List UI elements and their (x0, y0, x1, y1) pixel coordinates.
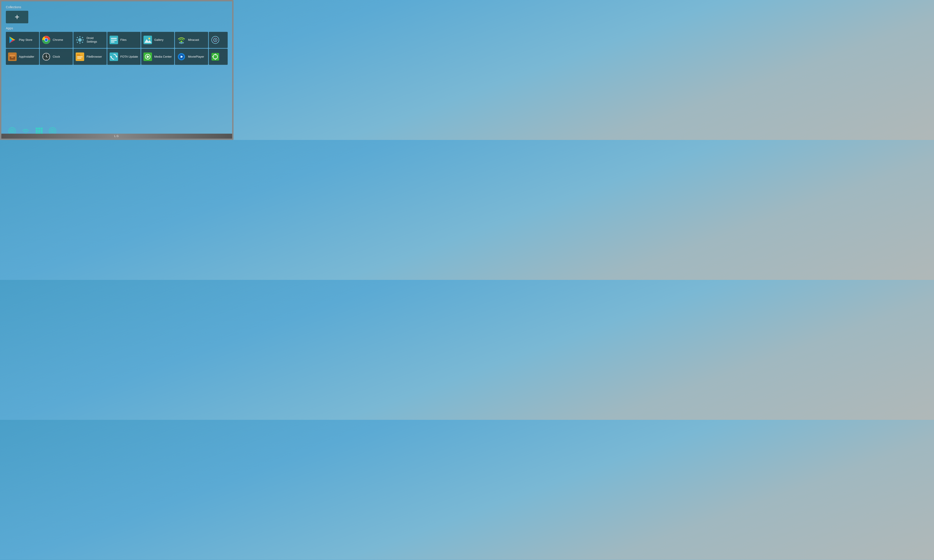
movieplayer-icon (177, 52, 186, 61)
fota-icon (110, 52, 118, 61)
svg-rect-13 (77, 37, 78, 38)
app-tile-playstore[interactable]: Play Store (6, 32, 39, 48)
files-icon (110, 35, 118, 44)
svg-rect-20 (111, 42, 114, 42)
svg-rect-69 (36, 130, 38, 132)
lg-brand-text: LG (114, 135, 119, 138)
appinstaller-icon (8, 52, 17, 61)
apps-section: Apps (6, 26, 228, 124)
movieplayer-label: MoviePlayer (188, 55, 204, 58)
svg-rect-18 (111, 38, 117, 39)
apps-label: Apps (6, 26, 228, 30)
svg-rect-45 (77, 58, 81, 58)
app-tile-chrome[interactable]: Chrome (40, 32, 73, 48)
add-collection-button[interactable]: + (6, 11, 28, 23)
app-tile-movieplayer[interactable]: MoviePlayer (175, 49, 208, 65)
svg-rect-44 (77, 57, 83, 57)
svg-rect-9 (79, 36, 80, 37)
svg-point-42 (46, 56, 47, 57)
plus-icon: + (15, 13, 19, 21)
svg-rect-66 (36, 128, 38, 130)
svg-point-64 (11, 130, 13, 132)
svg-rect-25 (179, 42, 184, 43)
clock-icon (42, 52, 51, 61)
miracast-label: Miracast (188, 38, 199, 42)
svg-rect-67 (38, 128, 40, 130)
app-tile-miracast[interactable]: Miracast (175, 32, 208, 48)
app-tile-files[interactable]: Files (107, 32, 140, 48)
app-tile-partial-1[interactable] (209, 32, 228, 48)
mediacenter-icon (144, 52, 152, 61)
app-tile-appinstaller[interactable]: AppInstaller (6, 49, 39, 65)
svg-rect-26 (181, 43, 182, 44)
svg-rect-70 (38, 130, 40, 132)
svg-rect-15 (77, 42, 78, 43)
svg-point-77 (52, 130, 53, 132)
settings-icon (76, 35, 84, 44)
collections-label: Collections (6, 5, 228, 9)
svg-point-29 (215, 39, 216, 41)
fota-label: FOTA Update (120, 55, 138, 58)
filebrowser-icon (76, 52, 84, 61)
partial-icon-2 (211, 52, 219, 61)
lg-brand-bar: LG (2, 134, 232, 138)
mediacenter-label: Media Center (154, 55, 172, 58)
svg-rect-33 (11, 57, 14, 58)
app-tile-gallery[interactable]: Gallery (141, 32, 174, 48)
partial-icon-1 (211, 35, 219, 44)
clock-label: Clock (53, 55, 60, 58)
miracast-icon (177, 35, 186, 44)
svg-rect-12 (82, 40, 84, 40)
app-tile-mediacenter[interactable]: Media Center (141, 49, 174, 65)
svg-rect-68 (41, 128, 43, 130)
playstore-label: Play Store (19, 38, 32, 42)
files-label: Files (120, 38, 127, 42)
app-tile-droid-settings[interactable]: Droid Settings (73, 32, 107, 48)
svg-point-8 (79, 39, 81, 41)
svg-rect-11 (76, 40, 77, 40)
app-tile-fota[interactable]: FOTA Update (107, 49, 140, 65)
filebrowser-label: FileBrowser (86, 55, 102, 58)
svg-point-7 (45, 38, 48, 42)
app-tile-clock[interactable]: Clock (40, 49, 73, 65)
svg-rect-32 (10, 55, 15, 57)
svg-rect-19 (111, 40, 117, 41)
chrome-icon (42, 35, 51, 44)
svg-rect-71 (41, 130, 43, 132)
collections-section: Collections + (6, 5, 228, 23)
app-tile-filebrowser[interactable]: FileBrowser (73, 49, 107, 65)
gallery-icon (144, 35, 152, 44)
svg-rect-14 (82, 37, 83, 38)
appinstaller-label: AppInstaller (19, 55, 34, 58)
playstore-icon (8, 35, 17, 44)
svg-rect-10 (79, 42, 80, 44)
droid-settings-label: Droid Settings (86, 36, 104, 43)
chrome-label: Chrome (53, 38, 63, 42)
gallery-label: Gallery (154, 38, 164, 42)
svg-point-22 (148, 38, 150, 40)
svg-rect-16 (82, 42, 83, 43)
app-tile-partial-2[interactable] (209, 49, 228, 65)
